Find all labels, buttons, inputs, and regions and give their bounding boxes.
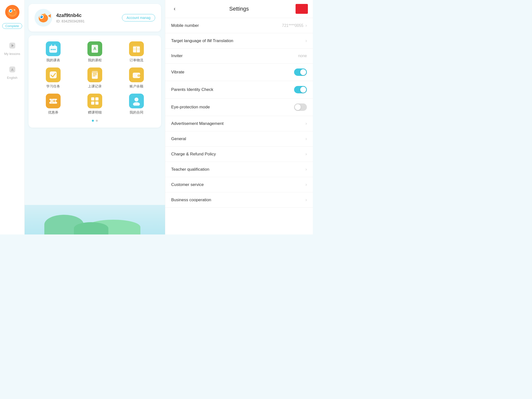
- app-logo: [5, 5, 19, 19]
- chevron-right-icon-im-translation: ›: [305, 38, 307, 43]
- settings-right-mobile-number: 721****0055›: [282, 23, 307, 28]
- chevron-right-icon-charge-refund: ›: [305, 151, 307, 157]
- menu-item-records[interactable]: 上课记录: [74, 67, 116, 89]
- menu-item-orders[interactable]: 订单物流: [116, 41, 157, 63]
- profile-area: 4zaf9tnb4c ID: 834250342691 Account mana…: [29, 4, 161, 32]
- my-lessons-label: My lessons: [4, 52, 20, 56]
- menu-item-coupons[interactable]: 优惠券: [33, 94, 74, 115]
- svg-point-16: [41, 16, 42, 17]
- toggle-eye-protection[interactable]: [294, 103, 307, 111]
- svg-rect-37: [92, 71, 98, 73]
- menu-grid: 我的课表 A 我的课程 订单物流 学习任务 上课记录 账户余额 优惠券: [33, 41, 157, 115]
- menu-label-gifts: 赠课明细: [88, 110, 102, 115]
- settings-item-parents-identity[interactable]: Parents Identity Check: [165, 81, 313, 99]
- account-manage-button[interactable]: Account manag: [122, 14, 155, 21]
- complete-badge[interactable]: Complete: [2, 23, 22, 29]
- settings-item-general[interactable]: General ›: [165, 131, 313, 147]
- menu-label-records: 上课记录: [88, 84, 102, 89]
- settings-value-inviter: none: [298, 54, 307, 58]
- settings-item-advertisement[interactable]: Advertisement Management ›: [165, 116, 313, 131]
- menu-label-orders: 订单物流: [130, 58, 143, 63]
- svg-rect-47: [95, 97, 99, 100]
- settings-label-im-translation: Target language of IM Translation: [171, 38, 233, 43]
- settings-right-general: ›: [303, 136, 307, 141]
- profile-username: 4zaf9tnb4c: [56, 13, 118, 18]
- svg-rect-34: [93, 73, 97, 74]
- menu-icon-schedule: [46, 41, 61, 56]
- toggle-knob-parents-identity: [300, 87, 306, 93]
- settings-item-im-translation[interactable]: Target language of IM Translation ›: [165, 33, 313, 49]
- settings-right-advertisement: ›: [303, 121, 307, 126]
- svg-rect-19: [49, 46, 57, 48]
- settings-right-eye-protection: [294, 103, 307, 111]
- svg-rect-35: [93, 74, 97, 75]
- settings-item-inviter[interactable]: Inviter none: [165, 49, 313, 64]
- settings-right-im-translation: ›: [303, 38, 307, 43]
- toggle-vibrate[interactable]: [294, 68, 307, 76]
- menu-item-courses[interactable]: A 我的课程: [74, 41, 116, 63]
- sidebar-item-my-lessons[interactable]: My lessons: [0, 36, 24, 60]
- profile-avatar: [34, 9, 52, 27]
- menu-icon-records: [87, 67, 102, 82]
- pagination-dot-1: [96, 120, 98, 122]
- english-label: English: [7, 76, 17, 80]
- chevron-right-icon-business-cooperation: ›: [305, 197, 307, 202]
- sidebar: Complete My lessons A English: [0, 0, 25, 234]
- toggle-parents-identity[interactable]: [294, 86, 307, 93]
- svg-point-50: [134, 98, 138, 101]
- settings-label-eye-protection: Eye-protection mode: [171, 105, 210, 110]
- settings-label-advertisement: Advertisement Management: [171, 121, 224, 126]
- menu-icon-balance: [129, 67, 144, 82]
- settings-item-eye-protection[interactable]: Eye-protection mode: [165, 99, 313, 116]
- settings-right-customer-service: ›: [303, 182, 307, 187]
- settings-item-teacher-qualification[interactable]: Teacher qualification ›: [165, 162, 313, 177]
- svg-point-51: [133, 102, 140, 106]
- settings-label-business-cooperation: Business cooperation: [171, 198, 211, 202]
- settings-list: Mobile number 721****0055› Target langua…: [165, 18, 313, 234]
- menu-icon-tasks: [46, 67, 61, 82]
- svg-text:A: A: [11, 68, 13, 72]
- chevron-right-icon-mobile-number: ›: [305, 23, 307, 28]
- menu-label-schedule: 我的课表: [46, 58, 60, 63]
- chevron-right-icon-customer-service: ›: [305, 182, 307, 187]
- sidebar-item-english[interactable]: A English: [0, 60, 24, 84]
- menu-grid-container: 我的课表 A 我的课程 订单物流 学习任务 上课记录 账户余额 优惠券: [29, 35, 161, 128]
- menu-item-balance[interactable]: 账户余额: [116, 67, 157, 89]
- settings-label-parents-identity: Parents Identity Check: [171, 87, 213, 92]
- settings-item-customer-service[interactable]: Customer service ›: [165, 177, 313, 192]
- menu-label-contract: 我的合同: [130, 110, 143, 115]
- close-button[interactable]: [296, 4, 308, 14]
- menu-label-balance: 账户余额: [130, 84, 143, 89]
- settings-right-parents-identity: [294, 86, 307, 93]
- settings-right-inviter: none: [298, 54, 307, 58]
- menu-item-schedule[interactable]: 我的课表: [33, 41, 74, 63]
- menu-item-tasks[interactable]: 学习任务: [33, 67, 74, 89]
- settings-label-charge-refund: Charge & Refund Policy: [171, 152, 216, 157]
- svg-point-5: [10, 10, 10, 11]
- main-panel: 4zaf9tnb4c ID: 834250342691 Account mana…: [25, 0, 165, 234]
- svg-point-40: [138, 75, 139, 76]
- settings-label-teacher-qualification: Teacher qualification: [171, 167, 209, 172]
- settings-item-charge-refund[interactable]: Charge & Refund Policy ›: [165, 147, 313, 162]
- english-icon: A: [7, 65, 17, 74]
- settings-header: ‹ Settings: [165, 0, 313, 18]
- settings-item-business-cooperation[interactable]: Business cooperation ›: [165, 192, 313, 208]
- settings-right-business-cooperation: ›: [303, 197, 307, 202]
- svg-rect-22: [51, 49, 52, 50]
- deco-hill-3: [74, 222, 108, 234]
- menu-item-gifts[interactable]: 赠课明细: [74, 94, 116, 115]
- menu-label-coupons: 优惠券: [48, 110, 58, 115]
- menu-icon-courses: A: [87, 41, 102, 56]
- settings-label-general: General: [171, 136, 186, 141]
- bottom-decoration: [25, 205, 165, 234]
- settings-item-vibrate[interactable]: Vibrate: [165, 64, 313, 81]
- settings-title: Settings: [229, 6, 249, 12]
- settings-item-mobile-number[interactable]: Mobile number 721****0055›: [165, 18, 313, 33]
- settings-panel: ‹ Settings Mobile number 721****0055› Ta…: [165, 0, 313, 234]
- menu-label-courses: 我的课程: [88, 58, 102, 63]
- back-button[interactable]: ‹: [170, 4, 179, 13]
- svg-rect-46: [91, 97, 94, 100]
- menu-item-contract[interactable]: 我的合同: [116, 94, 157, 115]
- svg-rect-27: [92, 45, 93, 53]
- svg-point-45: [53, 100, 55, 102]
